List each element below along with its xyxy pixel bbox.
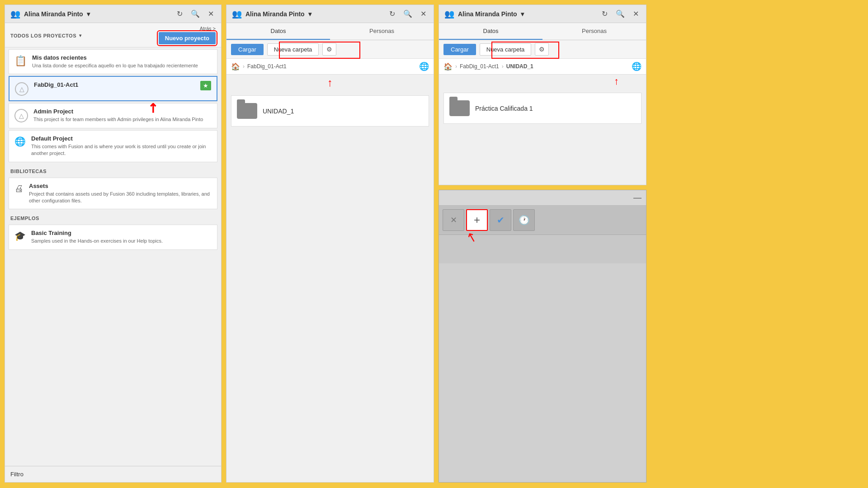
folder-name-practica: Práctica Calificada 1 <box>475 105 533 112</box>
panel2-refresh-button[interactable]: ↻ <box>387 9 397 19</box>
panel3-breadcrumb: 🏠 › FabDig_01-Act1 › UNIDAD_1 🌐 <box>439 59 646 75</box>
folder-name-unidad1: UNIDAD_1 <box>263 108 294 115</box>
panel3-header: 👥 Alina Miranda Pinto ▾ ↻ 🔍 ✕ <box>439 5 646 23</box>
bottom-panel-header: — <box>439 190 646 206</box>
list-item-default[interactable]: 🌐 Default Project This comes with Fusion… <box>9 130 217 162</box>
breadcrumb-path1-p3: FabDig_01-Act1 <box>460 63 499 70</box>
minimize-button[interactable]: — <box>633 193 642 202</box>
all-projects-section: TODOS LOS PROYECTOS ▾ <box>10 31 82 39</box>
people-icon: 👥 <box>10 9 20 19</box>
panel1-close-button[interactable]: ✕ <box>206 9 216 19</box>
panel2-search-button[interactable]: 🔍 <box>401 9 414 19</box>
assets-text: Assets Project that contains assets used… <box>29 183 212 205</box>
default-title: Default Project <box>31 135 212 142</box>
panel-bottom: — ✕ + ✔ 🕐 ↖ <box>439 190 646 483</box>
assets-title: Assets <box>29 183 212 189</box>
settings-button-p2[interactable]: ⚙ <box>322 43 336 56</box>
panel1-subheader: TODOS LOS PROYECTOS ▾ Atrás > Nuevo proy… <box>5 23 221 47</box>
panel2-breadcrumb: 🏠 › FabDig_01-Act1 🌐 <box>226 59 434 75</box>
list-item-fabdig[interactable]: △ FabDig_01-Act1 ★ <box>9 76 217 101</box>
list-item-mis-datos[interactable]: 📋 Mis datos recientes Una lista donde se… <box>9 49 217 74</box>
assets-icon: 🖨 <box>14 183 24 194</box>
list-item-admin[interactable]: △ Admin Project This project is for team… <box>9 103 217 128</box>
panel1-dropdown-icon[interactable]: ▾ <box>87 10 90 18</box>
panel2-title[interactable]: 👥 Alina Miranda Pinto ▾ <box>232 9 311 19</box>
bottom-panel-content <box>439 263 646 482</box>
panel2-dropdown-icon[interactable]: ▾ <box>308 10 311 18</box>
nueva-carpeta-button-p2[interactable]: Nueva carpeta <box>267 43 319 56</box>
arrow-nueva-carpeta-p2: ↑ <box>226 75 434 91</box>
panel1-header-icons: ↻ 🔍 ✕ <box>175 9 216 19</box>
panel-unidad: 👥 Alina Miranda Pinto ▾ ↻ 🔍 ✕ Datos Pers… <box>439 5 646 185</box>
panel3-title[interactable]: 👥 Alina Miranda Pinto ▾ <box>444 9 524 19</box>
assets-desc: Project that contains assets used by Fus… <box>29 191 212 205</box>
list-item-assets[interactable]: 🖨 Assets Project that contains assets us… <box>9 178 217 210</box>
panel2-header: 👥 Alina Miranda Pinto ▾ ↻ 🔍 ✕ <box>226 5 434 23</box>
projects-list: 📋 Mis datos recientes Una lista donde se… <box>5 47 221 466</box>
section-bibliotecas: BIBLIOTECAS <box>5 164 221 176</box>
folder-icon-unidad1 <box>237 103 257 119</box>
basic-training-desc: Samples used in the Hands-on exercises i… <box>31 238 163 244</box>
nuevo-proyecto-button[interactable]: Nuevo proyecto <box>159 32 216 44</box>
fabdig-badge: ★ <box>200 81 211 89</box>
folder-practica[interactable]: Práctica Calificada 1 <box>443 93 642 124</box>
panel1-title-text: Alina Miranda Pinto <box>24 10 83 18</box>
admin-desc: This project is for team members with Ad… <box>33 116 203 123</box>
tab-personas-p2[interactable]: Personas <box>330 23 434 40</box>
panel1-refresh-button[interactable]: ↻ <box>175 9 184 19</box>
panel1-search-button[interactable]: 🔍 <box>189 9 202 19</box>
tab-datos-p2[interactable]: Datos <box>226 23 330 40</box>
fabdig-icon: △ <box>15 82 28 96</box>
default-icon: 🌐 <box>14 136 26 147</box>
panel2-close-button[interactable]: ✕ <box>419 9 428 19</box>
panel2-tab-bar: Datos Personas <box>226 23 434 40</box>
panel3-header-icons: ↻ 🔍 ✕ <box>600 9 641 19</box>
todos-proyectos-chevron[interactable]: ▾ <box>79 33 82 38</box>
mis-datos-desc: Una lista donde se especifica aquello en… <box>32 62 198 69</box>
panel2-action-bar: Cargar Nueva carpeta ⚙ <box>226 40 434 59</box>
panel2-header-icons: ↻ 🔍 ✕ <box>387 9 428 19</box>
panel3-search-button[interactable]: 🔍 <box>614 9 627 19</box>
right-column: 👥 Alina Miranda Pinto ▾ ↻ 🔍 ✕ Datos Pers… <box>439 5 646 483</box>
panel3-dropdown-icon[interactable]: ▾ <box>521 10 524 18</box>
panel2-people-icon: 👥 <box>232 9 242 19</box>
back-link[interactable]: Atrás > <box>200 26 216 31</box>
panel3-folder-list: Práctica Calificada 1 <box>439 88 646 128</box>
tab-personas-p3[interactable]: Personas <box>542 23 646 40</box>
admin-icon: △ <box>14 109 28 122</box>
panel2-title-text: Alina Miranda Pinto <box>245 10 305 18</box>
default-desc: This comes with Fusion and is where your… <box>31 143 212 157</box>
mis-datos-text: Mis datos recientes Una lista donde se e… <box>32 54 198 69</box>
panel3-refresh-button[interactable]: ↻ <box>600 9 609 19</box>
panel3-title-text: Alina Miranda Pinto <box>458 10 517 18</box>
cargar-button-p2[interactable]: Cargar <box>231 44 264 55</box>
basic-training-icon: 🎓 <box>14 230 26 241</box>
filter-bar[interactable]: Filtro <box>5 466 221 482</box>
mis-datos-title: Mis datos recientes <box>32 54 198 61</box>
folder-icon-practica <box>449 100 470 116</box>
panel2-folder-list: UNIDAD_1 <box>226 91 434 131</box>
globe-icon-p2[interactable]: 🌐 <box>419 61 429 71</box>
breadcrumb-path-p2: FabDig_01-Act1 <box>247 63 287 70</box>
panel-fabdig: 👥 Alina Miranda Pinto ▾ ↻ 🔍 ✕ Datos Pers… <box>226 5 434 483</box>
fabdig-text: FabDig_01-Act1 <box>34 81 78 89</box>
cargar-button-p3[interactable]: Cargar <box>443 44 476 55</box>
folder-unidad1[interactable]: UNIDAD_1 <box>231 95 429 127</box>
basic-training-title: Basic Training <box>31 230 163 236</box>
breadcrumb-home-p3[interactable]: 🏠 <box>443 62 453 71</box>
admin-text: Admin Project This project is for team m… <box>33 108 203 123</box>
panel-projects: 👥 Alina Miranda Pinto ▾ ↻ 🔍 ✕ TODOS LOS … <box>5 5 222 483</box>
admin-title: Admin Project <box>33 108 203 115</box>
todos-proyectos-label: TODOS LOS PROYECTOS <box>10 33 76 38</box>
breadcrumb-home-p2[interactable]: 🏠 <box>231 62 240 71</box>
list-item-basic-training[interactable]: 🎓 Basic Training Samples used in the Han… <box>9 225 217 249</box>
nueva-carpeta-button-p3[interactable]: Nueva carpeta <box>480 43 532 56</box>
basic-training-text: Basic Training Samples used in the Hands… <box>31 230 163 244</box>
tab-datos-p3[interactable]: Datos <box>439 23 542 40</box>
panel1-title[interactable]: 👥 Alina Miranda Pinto ▾ <box>10 9 90 19</box>
settings-button-p3[interactable]: ⚙ <box>535 43 549 56</box>
globe-icon-p3[interactable]: 🌐 <box>632 61 642 71</box>
fabdig-title: FabDig_01-Act1 <box>34 81 78 88</box>
panel3-people-icon: 👥 <box>444 9 454 19</box>
panel3-close-button[interactable]: ✕ <box>631 9 641 19</box>
